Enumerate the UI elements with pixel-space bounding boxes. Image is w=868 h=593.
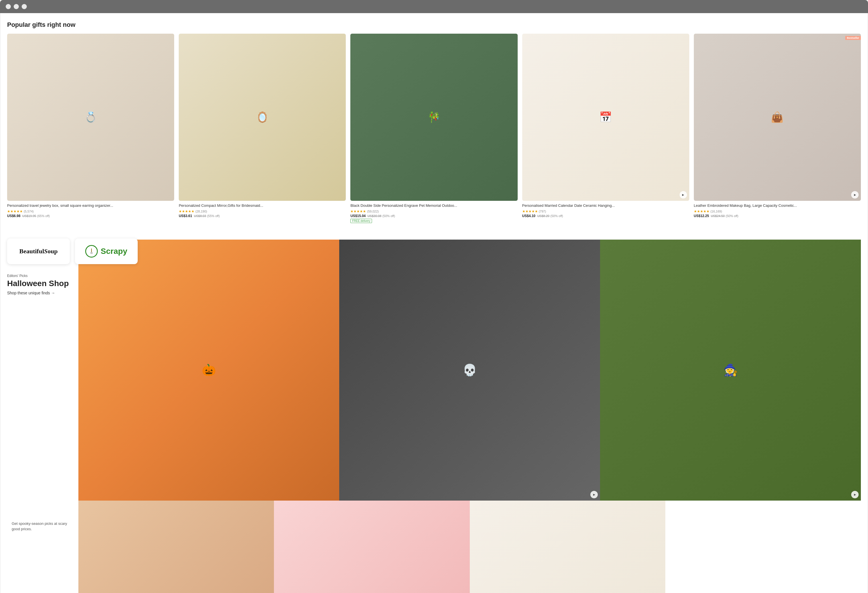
- bestseller-badge-p5: Bestseller: [845, 36, 861, 40]
- product-icon-p5: 👜: [771, 111, 784, 123]
- product-card-p4[interactable]: 📅 ▶ Personalised Married Calendar Date C…: [522, 34, 689, 223]
- browser-dot-2: [14, 4, 19, 9]
- bottom-image-trick: 🎃: [470, 501, 665, 593]
- browser-dot-1: [6, 4, 11, 9]
- halloween-images-area: 🎃 💀 ▶ 🧙 ▶: [78, 240, 861, 501]
- product-card-p3[interactable]: 🎋 Black Double Side Personalized Engrave…: [350, 34, 517, 223]
- halloween-image-pumpkin: 🎃: [78, 240, 339, 501]
- halloween-section: Editors' Picks Halloween Shop Shop these…: [7, 233, 861, 593]
- product-icon-p4: 📅: [599, 111, 612, 123]
- beautifulsoup-logo-text: BeautifulSoup: [19, 248, 58, 255]
- page-wrapper: Popular gifts right now 💍 Personalized t…: [0, 13, 868, 593]
- product-image-p5: Bestseller 👜 ▶: [694, 34, 861, 201]
- scrapy-logo-card: Scrapy: [75, 238, 138, 264]
- halloween-bottom-row: Get spooky-season picks at scary good pr…: [7, 501, 861, 593]
- halloween-title: Halloween Shop: [7, 279, 73, 288]
- product-stars-p4: ★★★★★ (797): [522, 209, 689, 213]
- bottom-spacer: Get spooky-season picks at scary good pr…: [7, 501, 78, 552]
- scrapy-text: Scrapy: [100, 247, 127, 256]
- bottom-image-straws: 🕸️: [274, 501, 469, 593]
- product-icon-p3: 🎋: [428, 111, 440, 123]
- product-card-p2[interactable]: 🪞 Personalized Compact Mirror,Gifts for …: [179, 34, 346, 223]
- bottom-image-earring: 👂: [78, 501, 274, 593]
- product-grid: 💍 Personalized travel jewelry box, small…: [7, 34, 861, 223]
- logos-overlay: BeautifulSoup Scrapy: [7, 238, 138, 264]
- halloween-layout: Editors' Picks Halloween Shop Shop these…: [7, 240, 861, 501]
- product-price-p2: US$3.61 US$8.03 (55% off): [179, 214, 346, 218]
- popular-gifts-section: Popular gifts right now 💍 Personalized t…: [0, 13, 868, 228]
- product-title-p4: Personalised Married Calendar Date Ceram…: [522, 203, 689, 208]
- editors-picks-label: Editors' Picks: [7, 274, 73, 278]
- svg-rect-0: [91, 248, 92, 253]
- product-title-p3: Black Double Side Personalized Engrave P…: [350, 203, 517, 208]
- product-stars-p5: ★★★★★ (16,169): [694, 209, 861, 213]
- product-img-placeholder-p1: 💍: [7, 34, 174, 201]
- play-button-witch[interactable]: ▶: [851, 491, 859, 498]
- logos-and-halloween: BeautifulSoup Scrapy: [0, 233, 868, 593]
- product-price-p1: US$6.98 US$19.95 (65% off): [7, 214, 174, 218]
- scrapy-logo-wrap: Scrapy: [85, 245, 127, 257]
- beautifulsoup-logo-card: BeautifulSoup: [7, 238, 70, 264]
- product-stars-p2: ★★★★★ (28,190): [179, 209, 346, 213]
- product-card-p5[interactable]: Bestseller 👜 ▶ Leather Embroidered Makeu…: [694, 34, 861, 223]
- product-icon-p2: 🪞: [256, 111, 269, 123]
- product-card-p1[interactable]: 💍 Personalized travel jewelry box, small…: [7, 34, 174, 223]
- shop-unique-finds-link[interactable]: Shop these unique finds →: [7, 291, 55, 295]
- halloween-main-images: 🎃 💀 ▶ 🧙 ▶: [78, 240, 861, 501]
- spatula-svg: [88, 248, 95, 255]
- product-img-placeholder-p2: 🪞: [179, 34, 346, 201]
- halloween-image-witch: 🧙 ▶: [600, 240, 861, 501]
- product-image-p4: 📅 ▶: [522, 34, 689, 201]
- product-price-p3: US$15.04 US$30.08 (50% off): [350, 214, 517, 218]
- browser-dots: [6, 4, 862, 9]
- product-icon-p1: 💍: [84, 111, 97, 123]
- free-delivery-badge-p3: FREE delivery: [350, 219, 372, 223]
- popular-section-title: Popular gifts right now: [7, 21, 861, 28]
- product-title-p1: Personalized travel jewelry box, small s…: [7, 203, 174, 208]
- product-stars-p3: ★★★★★ (59,022): [350, 209, 517, 213]
- product-price-p4: US$4.10 US$8.20 (50% off): [522, 214, 689, 218]
- product-image-p1: 💍: [7, 34, 174, 201]
- play-button-p4[interactable]: ▶: [680, 191, 687, 198]
- product-img-placeholder-p5: 👜: [694, 34, 861, 201]
- product-price-p5: US$12.25 US$24.50 (50% off): [694, 214, 861, 218]
- scrapy-icon: [85, 245, 98, 257]
- browser-dot-3: [22, 4, 27, 9]
- product-title-p5: Leather Embroidered Makeup Bag, Large Ca…: [694, 203, 861, 208]
- browser-chrome: [0, 0, 868, 13]
- product-image-p2: 🪞: [179, 34, 346, 201]
- product-img-placeholder-p4: 📅: [522, 34, 689, 201]
- spooky-text: Get spooky-season picks at scary good pr…: [12, 521, 74, 532]
- svg-point-1: [90, 252, 93, 254]
- play-button-skeleton[interactable]: ▶: [590, 491, 598, 498]
- product-title-p2: Personalized Compact Mirror,Gifts for Br…: [179, 203, 346, 208]
- product-img-placeholder-p3: 🎋: [350, 34, 517, 201]
- product-stars-p1: ★★★★★ (5,574): [7, 209, 174, 213]
- halloween-image-skeleton: 💀 ▶: [339, 240, 600, 501]
- product-image-p3: 🎋: [350, 34, 517, 201]
